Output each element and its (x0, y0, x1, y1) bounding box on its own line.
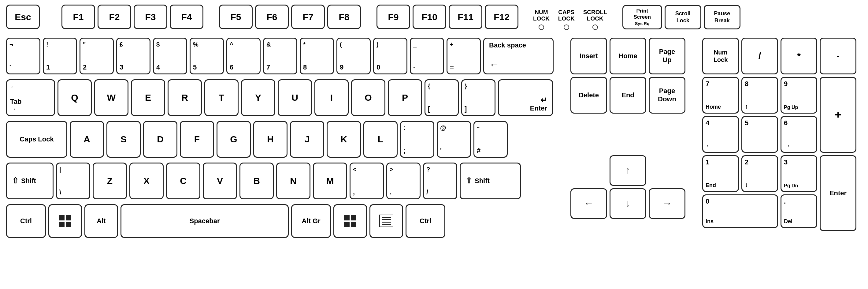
u-key[interactable]: U (278, 79, 312, 116)
numpad-6-key[interactable]: 6 → (780, 116, 817, 153)
e-key[interactable]: E (131, 79, 165, 116)
altgr-key[interactable]: Alt Gr (291, 204, 331, 238)
f8-key[interactable]: F8 (327, 5, 361, 29)
p-key[interactable]: P (388, 79, 422, 116)
insert-key[interactable]: Insert (570, 38, 607, 75)
n-key[interactable]: N (276, 163, 310, 199)
numlock-key[interactable]: NumLock (702, 38, 739, 75)
numpad-dot-key[interactable]: . Del (780, 194, 817, 228)
tab-key[interactable]: ← Tab → (6, 79, 55, 116)
numpad-3-key[interactable]: 3 Pg Dn (780, 155, 817, 192)
9-key[interactable]: ( 9 (336, 38, 371, 75)
i-key[interactable]: I (314, 79, 349, 116)
4-key[interactable]: $ 4 (153, 38, 187, 75)
numpad-9-key[interactable]: 9 Pg Up (780, 77, 817, 114)
minus-key[interactable]: _ - (410, 38, 444, 75)
print-screen-key[interactable]: PrintScreenSys Rq (622, 5, 662, 29)
numpad-1-key[interactable]: 1 End (702, 155, 739, 192)
s-key[interactable]: S (106, 121, 141, 158)
3-key[interactable]: £ 3 (116, 38, 151, 75)
semicolon-key[interactable]: : ; (400, 121, 434, 158)
r-key[interactable]: R (167, 79, 202, 116)
shift-right-key[interactable]: ⇧ Shift (460, 163, 521, 199)
w-key[interactable]: W (94, 79, 128, 116)
numpad-mul-key[interactable]: * (780, 38, 817, 75)
f7-key[interactable]: F7 (291, 5, 325, 29)
shift-left-key[interactable]: ⇧ Shift (6, 163, 54, 199)
b-key[interactable]: B (240, 163, 274, 199)
close-bracket-key[interactable]: } ] (461, 79, 495, 116)
x-key[interactable]: X (129, 163, 164, 199)
win-right-key[interactable] (333, 204, 367, 238)
pause-key[interactable]: PauseBreak (704, 5, 740, 29)
f6-key[interactable]: F6 (255, 5, 289, 29)
page-down-key[interactable]: PageDown (649, 77, 685, 114)
numpad-plus-key[interactable]: + (820, 77, 857, 153)
1-key[interactable]: ! 1 (43, 38, 77, 75)
slash-key[interactable]: ? / (423, 163, 457, 199)
f11-key[interactable]: F11 (449, 5, 482, 29)
8-key[interactable]: * 8 (300, 38, 334, 75)
backtick-key[interactable]: ¬ ` (6, 38, 40, 75)
y-key[interactable]: Y (241, 79, 275, 116)
equals-key[interactable]: + = (446, 38, 481, 75)
hash-key[interactable]: ~ # (473, 121, 508, 158)
numpad-4-key[interactable]: 4 ← (702, 116, 739, 153)
l-key[interactable]: L (363, 121, 398, 158)
left-arrow-key[interactable]: ← (570, 188, 607, 219)
numpad-5-key[interactable]: 5 (741, 116, 778, 153)
q-key[interactable]: Q (58, 79, 92, 116)
j-key[interactable]: J (290, 121, 324, 158)
esc-key[interactable]: Esc (6, 5, 40, 29)
enter-key[interactable]: ↵ Enter (498, 79, 553, 116)
comma-key[interactable]: < , (349, 163, 384, 199)
ctrl-left-key[interactable]: Ctrl (6, 204, 46, 238)
scroll-lock-key[interactable]: ScrollLock (664, 5, 701, 29)
m-key[interactable]: M (313, 163, 347, 199)
o-key[interactable]: O (351, 79, 385, 116)
up-arrow-key[interactable]: ↑ (610, 155, 646, 186)
home-key[interactable]: Home (610, 38, 646, 75)
menu-key[interactable] (369, 204, 403, 238)
open-bracket-key[interactable]: { [ (425, 79, 459, 116)
f5-key[interactable]: F5 (219, 5, 253, 29)
numpad-enter-key[interactable]: Enter (820, 155, 857, 231)
2-key[interactable]: " 2 (80, 38, 114, 75)
win-left-key[interactable] (48, 204, 82, 238)
f3-key[interactable]: F3 (134, 5, 167, 29)
backspace-key[interactable]: Back space ← (483, 38, 554, 75)
f10-key[interactable]: F10 (412, 5, 446, 29)
t-key[interactable]: T (204, 79, 239, 116)
6-key[interactable]: ^ 6 (226, 38, 260, 75)
backslash-key[interactable]: | \ (56, 163, 90, 199)
right-arrow-key[interactable]: → (649, 188, 685, 219)
f2-key[interactable]: F2 (98, 5, 131, 29)
7-key[interactable]: & 7 (263, 38, 297, 75)
page-up-key[interactable]: PageUp (649, 38, 685, 75)
quote-key[interactable]: @ ' (437, 121, 471, 158)
delete-key[interactable]: Delete (570, 77, 607, 114)
g-key[interactable]: G (217, 121, 251, 158)
z-key[interactable]: Z (93, 163, 127, 199)
f1-key[interactable]: F1 (61, 5, 95, 29)
a-key[interactable]: A (70, 121, 104, 158)
down-arrow-key[interactable]: ↓ (610, 188, 646, 219)
numpad-8-key[interactable]: 8 ↑ (741, 77, 778, 114)
end-key[interactable]: End (610, 77, 646, 114)
numpad-2-key[interactable]: 2 ↓ (741, 155, 778, 192)
spacebar-key[interactable]: Spacebar (121, 204, 289, 238)
v-key[interactable]: V (203, 163, 237, 199)
period-key[interactable]: > . (386, 163, 421, 199)
c-key[interactable]: C (166, 163, 200, 199)
h-key[interactable]: H (253, 121, 287, 158)
f-key[interactable]: F (180, 121, 214, 158)
f12-key[interactable]: F12 (485, 5, 519, 29)
numpad-div-key[interactable]: / (741, 38, 778, 75)
f4-key[interactable]: F4 (170, 5, 204, 29)
0-key[interactable]: ) 0 (373, 38, 407, 75)
k-key[interactable]: K (327, 121, 361, 158)
numpad-7-key[interactable]: 7 Home (702, 77, 739, 114)
f9-key[interactable]: F9 (376, 5, 410, 29)
d-key[interactable]: D (143, 121, 177, 158)
5-key[interactable]: % 5 (190, 38, 224, 75)
